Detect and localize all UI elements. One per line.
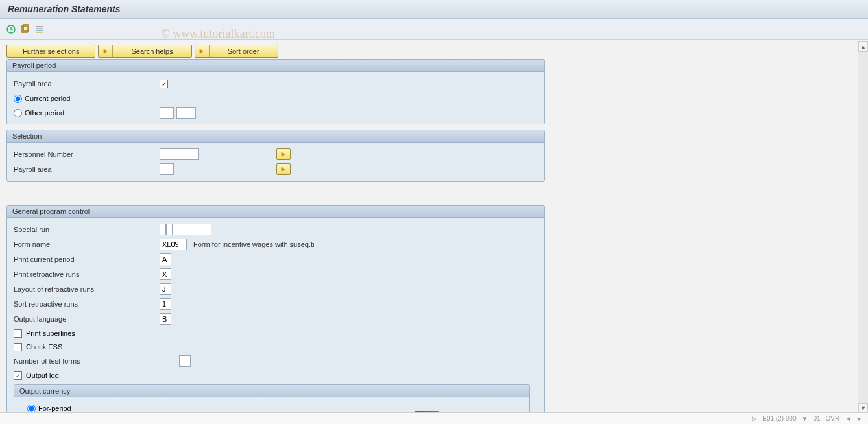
list-icon[interactable] — [34, 23, 45, 35]
status-bar: ▷ E01 (2) 800 ▼ 01 OVR ◄ ► — [0, 412, 868, 424]
output-log-checkbox[interactable]: ✓ — [14, 371, 22, 380]
group-header: Selection — [7, 130, 544, 143]
payroll-area-checkbox[interactable]: ✓ — [160, 80, 168, 88]
output-log-label: Output log — [26, 371, 59, 379]
status-mode: OVR — [826, 415, 840, 422]
nav-left-icon[interactable]: ◄ — [845, 415, 851, 422]
other-period-input-2[interactable] — [176, 107, 196, 119]
group-header: Payroll period — [7, 60, 544, 72]
further-selections-button[interactable]: Further selections — [6, 45, 95, 58]
other-period-input-1[interactable] — [160, 107, 174, 119]
for-period-radio[interactable] — [27, 405, 36, 413]
number-test-forms-input[interactable] — [179, 355, 191, 367]
status-client: 01 — [813, 415, 820, 422]
form-name-input[interactable] — [160, 239, 187, 250]
general-program-control-group: General program control Special run Form… — [6, 205, 545, 418]
current-period-radio[interactable] — [14, 95, 22, 103]
multiple-selection-button[interactable] — [276, 148, 291, 160]
payroll-area-input[interactable] — [160, 163, 174, 175]
other-period-radio[interactable] — [14, 109, 22, 117]
sort-retroactive-runs-input[interactable] — [160, 298, 171, 310]
layout-retroactive-runs-input[interactable] — [160, 283, 171, 295]
number-test-forms-label: Number of test forms — [14, 357, 160, 365]
check-ess-checkbox[interactable] — [14, 343, 22, 351]
payroll-area-label: Payroll area — [14, 80, 160, 88]
vertical-scrollbar[interactable]: ▲ ▼ — [858, 41, 868, 414]
output-language-label: Output language — [14, 315, 160, 323]
button-label: Search helps — [113, 47, 191, 55]
toolbar — [0, 19, 868, 40]
variant-icon[interactable] — [19, 23, 31, 35]
layout-retroactive-runs-label: Layout of retroactive runs — [14, 285, 160, 293]
special-run-input-b[interactable] — [166, 224, 173, 235]
search-helps-button[interactable]: Search helps — [98, 45, 191, 58]
execute-icon[interactable] — [5, 23, 17, 35]
special-run-input-a[interactable] — [160, 224, 166, 235]
button-label: Further selections — [23, 47, 79, 55]
group-header: General program control — [7, 206, 544, 218]
for-period-label: For-period — [38, 405, 71, 412]
print-superlines-checkbox[interactable] — [14, 329, 22, 338]
print-superlines-label: Print superlines — [26, 329, 75, 337]
status-session: E01 (2) 800 — [762, 415, 796, 422]
special-run-label: Special run — [14, 226, 160, 233]
scroll-up-icon[interactable]: ▲ — [858, 41, 868, 52]
payroll-area-label: Payroll area — [14, 165, 160, 173]
form-name-description: Form for incentive wages with suseq.ti — [193, 241, 314, 248]
sort-retroactive-runs-label: Sort retroactive runs — [14, 300, 160, 308]
button-label: Sort order — [210, 47, 278, 55]
special-run-input-c[interactable] — [173, 224, 211, 235]
current-period-label: Current period — [25, 95, 70, 102]
print-retroactive-runs-label: Print retroactive runs — [14, 270, 160, 278]
arrow-right-icon — [195, 45, 210, 57]
selection-button-row: Further selections Search helps Sort ord… — [6, 45, 862, 58]
window-title: Remuneration Statements — [0, 0, 868, 19]
output-language-input[interactable] — [160, 313, 171, 325]
sort-order-button[interactable]: Sort order — [195, 45, 278, 58]
selection-group: Selection Personnel Number Payroll area — [6, 130, 545, 182]
arrow-right-icon — [99, 45, 113, 57]
personnel-number-input[interactable] — [160, 148, 199, 160]
check-ess-label: Check ESS — [26, 343, 62, 351]
triangle-icon: ▷ — [752, 415, 757, 422]
multiple-selection-button[interactable] — [276, 163, 291, 175]
group-header: Output currency — [14, 385, 529, 397]
print-retroactive-runs-input[interactable] — [160, 268, 171, 280]
form-name-label: Form name — [14, 241, 160, 248]
personnel-number-label: Personnel Number — [14, 150, 160, 158]
print-current-period-label: Print current period — [14, 255, 160, 263]
nav-right-icon[interactable]: ► — [856, 415, 863, 422]
payroll-period-group: Payroll period Payroll area ✓ Current pe… — [6, 59, 545, 124]
other-period-label: Other period — [25, 109, 157, 117]
print-current-period-input[interactable] — [160, 253, 171, 265]
dropdown-icon[interactable]: ▼ — [801, 415, 808, 422]
content-area: Further selections Search helps Sort ord… — [0, 40, 868, 418]
